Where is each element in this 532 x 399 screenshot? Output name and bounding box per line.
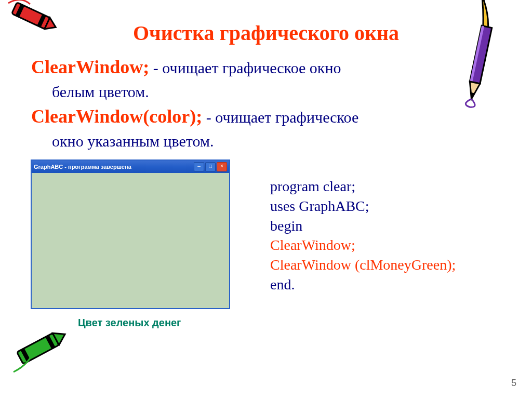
code-line-6: end. bbox=[270, 275, 456, 295]
svg-marker-11 bbox=[52, 328, 68, 345]
close-icon: × bbox=[217, 162, 227, 171]
paragraph-2: ClearWindow(color); - очищает графическо… bbox=[31, 105, 501, 128]
code-line-5: ClearWindow (clMoneyGreen); bbox=[270, 255, 456, 275]
code-block: program clear; uses GraphABC; begin Clea… bbox=[270, 177, 456, 295]
paragraph-1: ClearWindow; - очищает графическое окно bbox=[31, 56, 501, 79]
window-titlebar: GraphABC - программа завершена – □ × bbox=[32, 161, 229, 173]
sample-window: GraphABC - программа завершена – □ × bbox=[31, 160, 230, 309]
minimize-icon: – bbox=[194, 162, 204, 171]
maximize-icon: □ bbox=[205, 162, 216, 171]
slide-title: Очистка графического окна bbox=[31, 21, 501, 45]
window-caption: Цвет зеленых денег bbox=[78, 317, 239, 329]
desc-2b: окно указанным цветом. bbox=[31, 131, 501, 151]
code-line-2: uses GraphABC; bbox=[270, 196, 456, 216]
window-body bbox=[32, 173, 229, 308]
window-title-text: GraphABC - программа завершена bbox=[34, 164, 131, 170]
desc-1b: белым цветом. bbox=[31, 82, 501, 102]
page-number: 5 bbox=[511, 378, 516, 389]
svg-rect-9 bbox=[21, 348, 31, 362]
code-line-4: ClearWindow; bbox=[270, 235, 456, 255]
svg-rect-5 bbox=[16, 4, 24, 17]
desc-1a: - очищает графическое окно bbox=[153, 59, 341, 76]
command-1: ClearWindow; bbox=[31, 57, 149, 77]
code-line-3: begin bbox=[270, 216, 456, 236]
svg-rect-8 bbox=[17, 333, 59, 364]
command-2: ClearWindow(color); bbox=[31, 106, 202, 127]
svg-rect-10 bbox=[45, 335, 55, 349]
desc-2a: - очищает графическое bbox=[206, 109, 359, 126]
code-line-1: program clear; bbox=[270, 177, 456, 196]
